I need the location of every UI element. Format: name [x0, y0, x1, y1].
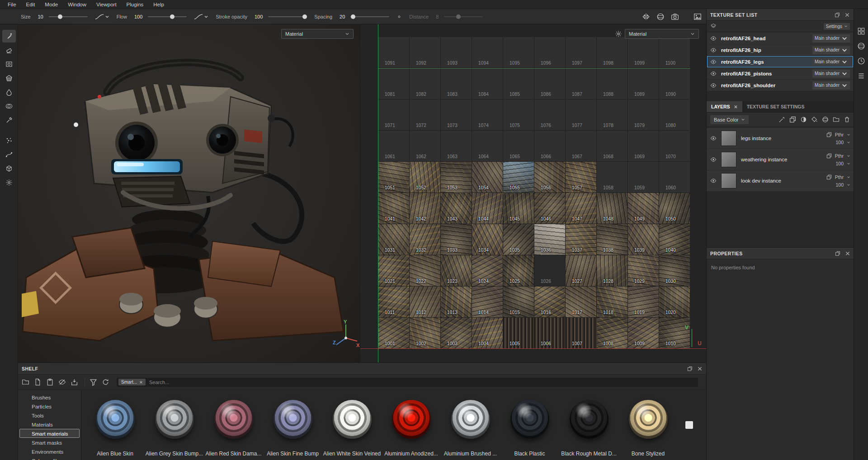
- paint-tool[interactable]: [2, 30, 16, 42]
- shelf-search-bar[interactable]: Smart...: [117, 378, 698, 387]
- menu-item-window[interactable]: Window: [63, 0, 91, 9]
- shelf-category-color-profiles[interactable]: Color profiles: [19, 456, 80, 460]
- add-resource-icon[interactable]: [34, 378, 42, 386]
- thumbnail-size-button[interactable]: [685, 421, 693, 429]
- spacing-slider[interactable]: [350, 16, 389, 17]
- stroke-opacity-control[interactable]: Stroke opacity100: [216, 14, 307, 19]
- material-picker-tool[interactable]: [2, 114, 16, 127]
- fill-layer-icon[interactable]: [811, 116, 818, 123]
- eye[interactable]: [710, 135, 717, 141]
- slider-knob[interactable]: [170, 14, 175, 19]
- shelf-category-environments[interactable]: Environments: [19, 447, 80, 456]
- close-panel-icon[interactable]: [845, 251, 850, 256]
- projection-tool[interactable]: [2, 58, 16, 70]
- layer-opacity[interactable]: 100: [835, 161, 844, 166]
- stroke-falloff-dropdown[interactable]: [95, 14, 109, 19]
- slider-knob[interactable]: [302, 14, 307, 19]
- layer-row[interactable]: legs instancePthr100: [707, 128, 854, 149]
- menu-item-help[interactable]: Help: [148, 0, 169, 9]
- shelf-search-input[interactable]: [149, 380, 696, 385]
- material-item[interactable]: Alien Blue Skin: [85, 400, 145, 460]
- texture-set-visibility-icon[interactable]: [710, 23, 717, 29]
- eye[interactable]: [710, 59, 717, 65]
- 2d-view-settings-gear-icon[interactable]: [615, 30, 622, 38]
- folder-icon[interactable]: [833, 116, 840, 123]
- close-panel-icon[interactable]: [844, 12, 850, 18]
- shelf-category-materials[interactable]: Materials: [19, 420, 80, 429]
- material-item[interactable]: Aluminium Anodized...: [382, 400, 441, 460]
- shader-dropdown[interactable]: Main shader: [812, 34, 850, 42]
- log-icon[interactable]: [857, 72, 865, 80]
- material-item[interactable]: Bone Stylized: [618, 400, 678, 460]
- menu-item-mode[interactable]: Mode: [40, 0, 63, 9]
- filter-tag[interactable]: Smart...: [118, 379, 146, 385]
- shader-dropdown[interactable]: Main shader: [812, 81, 850, 89]
- flow-slider[interactable]: [148, 16, 187, 17]
- remove-filter-icon[interactable]: [139, 380, 143, 384]
- layer-row[interactable]: look dev instancePthr100: [707, 170, 854, 191]
- stroke-opacity-slider[interactable]: [268, 16, 307, 17]
- texture-set-row[interactable]: retrofitAF26_shoulderMain shader: [707, 80, 853, 91]
- viewer-settings-tool[interactable]: [2, 176, 16, 189]
- menu-item-viewport[interactable]: Viewport: [91, 0, 122, 9]
- hide-icon[interactable]: [58, 378, 66, 386]
- material-sphere-icon[interactable]: [656, 13, 665, 21]
- texture-set-settings-dropdown[interactable]: Settings: [824, 23, 850, 30]
- lazy-mouse-icon[interactable]: [396, 14, 402, 19]
- copy-icon[interactable]: [789, 116, 796, 123]
- smart-material-icon[interactable]: [822, 116, 829, 123]
- polygon-fill-tool[interactable]: [2, 72, 16, 84]
- material-item[interactable]: Alien Red Skin Dama...: [204, 400, 263, 460]
- clipboard-icon[interactable]: [46, 378, 54, 386]
- shader-dropdown[interactable]: Main shader: [812, 58, 850, 66]
- texture-set-row[interactable]: retrofitAF26_pistonsMain shader: [707, 68, 853, 79]
- snapshot-icon[interactable]: [693, 13, 702, 21]
- material-item[interactable]: Alien Grey Skin Bump...: [145, 400, 204, 460]
- assets-icon[interactable]: [857, 27, 865, 35]
- layer-blend-mode[interactable]: Pthr: [835, 153, 844, 159]
- channel-dropdown[interactable]: Base Color: [710, 115, 749, 124]
- menu-item-plugins[interactable]: Plugins: [122, 0, 149, 9]
- shelf-category-smart-materials[interactable]: Smart materials: [19, 429, 80, 438]
- material-item[interactable]: Alien Skin Fine Bump: [263, 400, 322, 460]
- shader-dropdown[interactable]: Main shader: [812, 46, 850, 54]
- layer-opacity[interactable]: 100: [835, 182, 844, 188]
- layer-opacity[interactable]: 100: [835, 140, 844, 145]
- eye[interactable]: [710, 70, 717, 77]
- menu-item-edit[interactable]: Edit: [21, 0, 40, 9]
- eraser-tool[interactable]: [2, 44, 16, 56]
- tab-layers[interactable]: LAYERS: [707, 101, 742, 112]
- float-panel-icon[interactable]: [835, 251, 840, 256]
- slider-knob[interactable]: [351, 14, 355, 19]
- mask-icon[interactable]: [800, 116, 807, 123]
- flow-control[interactable]: Flow100: [117, 14, 187, 19]
- filter-icon[interactable]: [90, 378, 97, 386]
- wand-icon[interactable]: [778, 116, 785, 123]
- trash-icon[interactable]: [844, 116, 850, 123]
- stroke-falloff-dropdown[interactable]: [194, 14, 208, 19]
- smudge-tool[interactable]: [2, 86, 16, 99]
- shelf-category-smart-masks[interactable]: Smart masks: [19, 438, 80, 447]
- tab-texture-set-settings[interactable]: TEXTURE SET SETTINGS: [742, 101, 809, 112]
- eye[interactable]: [710, 47, 717, 53]
- shelf-category-tools[interactable]: Tools: [19, 411, 80, 420]
- slider-knob[interactable]: [58, 14, 62, 19]
- texture-set-row[interactable]: retrofitAF26_hipMain shader: [707, 44, 853, 56]
- sync-icon[interactable]: [102, 378, 109, 386]
- export-icon[interactable]: [71, 378, 78, 386]
- mirror-icon[interactable]: [642, 13, 650, 21]
- viewport-3d[interactable]: Material Y X Z: [18, 24, 360, 362]
- layer-blend-mode[interactable]: Pthr: [835, 132, 844, 137]
- shelf-category-particles[interactable]: Particles: [19, 402, 80, 411]
- close-panel-icon[interactable]: [697, 366, 703, 371]
- size-control[interactable]: Size10: [21, 14, 88, 19]
- texture-set-row[interactable]: retrofitAF26_headMain shader: [707, 33, 853, 44]
- eye[interactable]: [710, 156, 717, 163]
- material-item[interactable]: Alien White Skin Veined: [322, 400, 382, 460]
- material-item[interactable]: Black Plastic: [500, 400, 559, 460]
- layer-blend-mode[interactable]: Pthr: [835, 174, 844, 180]
- folder-icon[interactable]: [22, 378, 29, 386]
- close[interactable]: [734, 105, 738, 109]
- float-panel-icon[interactable]: [835, 12, 840, 18]
- display-icon[interactable]: [857, 42, 865, 50]
